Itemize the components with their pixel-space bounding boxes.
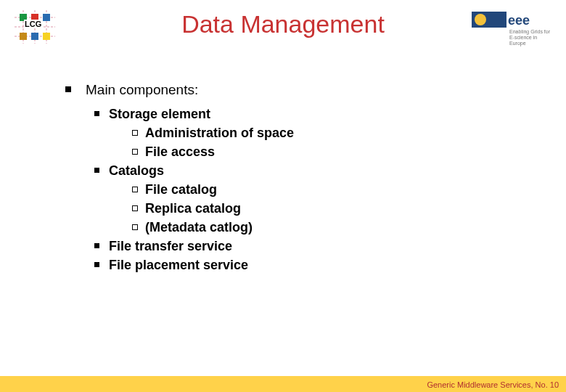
- egee-logo-mark: eee: [472, 10, 551, 29]
- item-catalog-metadata: (Metadata catlog): [65, 218, 522, 237]
- item-catalogs: Catalogs: [65, 161, 522, 180]
- footer-text: Generic Middleware Services, No. 10: [427, 380, 559, 389]
- footer-bar: Generic Middleware Services, No. 10: [0, 376, 566, 392]
- item-catalog-replica: Replica catalog: [65, 199, 522, 218]
- slide: LCG Data Management eee Enabling Grids f…: [0, 0, 566, 392]
- content-body: Main components: Storage element Adminis…: [65, 80, 522, 274]
- item-catalog-file: File catalog: [65, 180, 522, 199]
- item-storage-fileaccess: File access: [65, 142, 522, 161]
- egee-tagline-line2: E-science in Europe: [509, 35, 537, 46]
- svg-point-13: [475, 14, 486, 25]
- item-storage-element: Storage element: [65, 105, 522, 123]
- item-placement: File placement service: [65, 256, 522, 274]
- egee-logo: eee Enabling Grids for E-science in Euro…: [472, 10, 551, 45]
- item-storage-admin: Administration of space: [65, 123, 522, 142]
- egee-logo-tagline: Enabling Grids for E-science in Europe: [509, 29, 551, 46]
- header: LCG Data Management eee Enabling Grids f…: [0, 0, 566, 62]
- svg-text:eee: eee: [508, 13, 530, 28]
- egee-tagline-line1: Enabling Grids for: [509, 29, 550, 34]
- main-components-heading: Main components:: [65, 80, 522, 100]
- item-transfer: File transfer service: [65, 237, 522, 256]
